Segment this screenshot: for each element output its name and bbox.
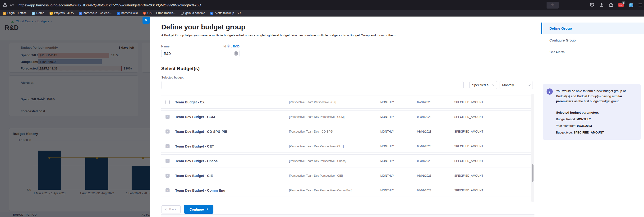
budget-row-start-date: 08/01/2023 <box>417 130 454 133</box>
bookmark-label: Login – Lattice <box>7 12 26 15</box>
bookmark-favicon: X <box>210 12 214 15</box>
select-budgets-heading: Select Budget(s) <box>161 66 534 72</box>
bookmark-favicon: C <box>143 12 146 15</box>
bookmark-label: Projects - JIRA <box>54 12 74 15</box>
bookmark-label: Alerts followup - SR... <box>215 12 243 15</box>
param-line: Budget Period: MONTHLY <box>556 117 637 122</box>
budget-row: ✓ Team Dev Budget - CCM [Perspective: Te… <box>161 110 534 123</box>
params-list: Budget Period: MONTHLYYear start from: 0… <box>556 117 637 135</box>
wizard-steps: Define GroupConfigure GroupSet Alerts <box>541 22 644 58</box>
budget-row-type: SPECIFIED_AMOUNT <box>454 115 534 118</box>
budget-row-checkbox[interactable]: ✓ <box>166 144 170 148</box>
menu-hamburger-icon[interactable] <box>638 4 642 6</box>
modal-close-icon[interactable]: ✕ <box>142 16 150 24</box>
selected-budget-input[interactable] <box>161 81 464 89</box>
budget-row-type: SPECIFIED_AMOUNT <box>454 145 534 148</box>
budget-row-name: Team Dev Budget - CCM <box>175 115 289 119</box>
bookmark-item[interactable]: C CAE - Error Trackin... <box>143 12 176 15</box>
budget-row-period: MONTHLY <box>380 115 417 118</box>
bookmark-item[interactable]: D Domo <box>32 12 44 15</box>
browser-profile-avatar[interactable] <box>629 3 633 7</box>
budget-row-name: Team Dev Budget - CIE <box>175 174 289 178</box>
step-set-alerts[interactable]: Set Alerts <box>541 46 644 58</box>
budget-row: ✓ Team Dev Budget - CET [Perspective: Te… <box>161 140 534 153</box>
budget-row-period: MONTHLY <box>380 174 417 178</box>
address-bar[interactable]: https://app.harness.io/ng/account/wFHXHD… <box>18 3 544 7</box>
budget-period-select[interactable]: Monthly <box>500 81 533 89</box>
budget-row-checkbox[interactable]: ✓ <box>166 159 170 163</box>
list-scrollbar[interactable] <box>531 94 534 202</box>
budget-row-name: Team Dev Budget - CET <box>175 144 289 148</box>
back-button[interactable]: Back <box>161 206 181 214</box>
budget-row: ✓ Team Dev Budget - Comm Eng [Perspectiv… <box>161 184 534 197</box>
step-configure-group[interactable]: Configure Group <box>541 34 644 46</box>
param-line: Year start from: 07/31/2023 <box>556 124 637 128</box>
chevron-down-icon <box>528 83 530 86</box>
params-heading: Selected budget parameters <box>556 110 637 115</box>
bookmark-star-icon[interactable]: ☆ <box>546 2 559 8</box>
bookmark-item[interactable]: L Login – Lattice <box>3 12 26 15</box>
browser-url-bar: https://app.harness.io/ng/account/wFHXHD… <box>0 0 644 10</box>
name-label: Name <box>161 44 170 48</box>
pocket-icon[interactable] <box>590 3 594 7</box>
budget-row-start-date: 07/31/2023 <box>417 100 454 104</box>
budget-row-perspective: [Perspective: Team Dev Perspective - CET… <box>289 145 380 148</box>
budget-row-period: MONTHLY <box>380 189 417 192</box>
budget-row-perspective: [Perspective: Team Perspective - CX] <box>289 100 380 104</box>
bookmark-favicon <box>181 12 184 15</box>
budget-row-perspective: [Perspective: Team Dev Perspective - Cha… <box>289 159 380 163</box>
budget-row: ✓ Team Dev Budget - Chaos [Perspective: … <box>161 154 534 168</box>
bookmark-favicon: 31 <box>79 12 82 15</box>
modal-description: A Budget Group helps you manage multiple… <box>161 34 534 37</box>
budget-row-checkbox[interactable]: ✓ <box>166 174 170 178</box>
budget-row-checkbox[interactable] <box>166 100 170 104</box>
info-panel: i You would be able to form a new budget… <box>543 84 641 140</box>
bookmark-label: gcloud console <box>185 12 205 15</box>
name-input[interactable] <box>161 50 240 57</box>
budget-list: Team Budget - CX [Perspective: Team Pers… <box>161 94 534 202</box>
budget-row-start-date: 08/01/2023 <box>417 189 454 192</box>
budget-row-name: Team Budget - CX <box>175 100 289 104</box>
budget-row-perspective: [Perspective: Team Dev - CD-SPG] <box>289 130 380 133</box>
list-scrollbar-thumb[interactable] <box>532 164 534 182</box>
budget-row-type: SPECIFIED_AMOUNT <box>454 130 534 133</box>
bookmark-item[interactable]: gcloud console <box>181 12 205 15</box>
step-define-group[interactable]: Define Group <box>541 22 644 34</box>
shield-permissions-icon[interactable] <box>10 3 14 7</box>
bookmark-item[interactable]: X Alerts followup - SR... <box>210 12 243 15</box>
budget-row-perspective: [Perspective: Team Dev Perspective - CCM… <box>289 115 380 118</box>
name-input-suffix-icon <box>234 52 238 56</box>
id-value-link[interactable]: R&D <box>233 44 240 48</box>
bookmark-label: harness.io - Calend... <box>84 12 112 15</box>
selected-budget-label: Selected budget <box>161 76 534 79</box>
budget-row-name: Team Dev Budget - Chaos <box>175 159 289 163</box>
lock-icon <box>3 3 7 7</box>
continue-button[interactable]: Continue <box>184 205 214 214</box>
extension-badge: 1 <box>622 2 625 4</box>
budget-group-modal: Define your budget group A Budget Group … <box>150 16 644 217</box>
bookmark-label: Domo <box>36 12 44 15</box>
downloads-icon[interactable] <box>600 3 604 7</box>
budget-type-select[interactable]: Specified a ... <box>470 81 497 89</box>
id-info-icon[interactable]: ⓘ <box>227 44 230 48</box>
budget-row-type: SPECIFIED_AMOUNT <box>454 100 534 104</box>
budget-row: ✓ Team Dev Budget - CD-SPG-PIE [Perspect… <box>161 125 534 138</box>
modal-main: Define your budget group A Budget Group … <box>150 16 541 217</box>
budget-row-type: SPECIFIED_AMOUNT <box>454 159 534 163</box>
budget-row-start-date: 08/01/2023 <box>417 145 454 148</box>
id-separator: : <box>231 44 232 48</box>
modal-footer-strip <box>161 214 534 217</box>
page-viewport: ☁ Cloud Costs › Budgets › R&D Budget Per… <box>0 16 644 217</box>
budget-row: ✓ Team Dev Budget - CIE [Perspective: Te… <box>161 169 534 182</box>
budget-controls-row: Specified a ... Monthly <box>161 81 534 89</box>
bookmark-item[interactable]: P Projects - JIRA <box>50 12 74 15</box>
bookmark-item[interactable]: 31 harness.io - Calend... <box>79 12 112 15</box>
password-manager-icon[interactable]: ••• 1 <box>618 3 624 7</box>
budget-row-period: MONTHLY <box>380 145 417 148</box>
bookmarks-bar: L Login – Lattice D Domo P Projects - JI… <box>0 10 644 16</box>
extensions-puzzle-icon[interactable] <box>609 3 613 7</box>
budget-row-checkbox[interactable]: ✓ <box>166 115 170 119</box>
budget-row-checkbox[interactable]: ✓ <box>166 130 170 134</box>
bookmark-item[interactable]: X harness wiki <box>117 12 138 15</box>
budget-row-checkbox[interactable]: ✓ <box>166 188 170 192</box>
